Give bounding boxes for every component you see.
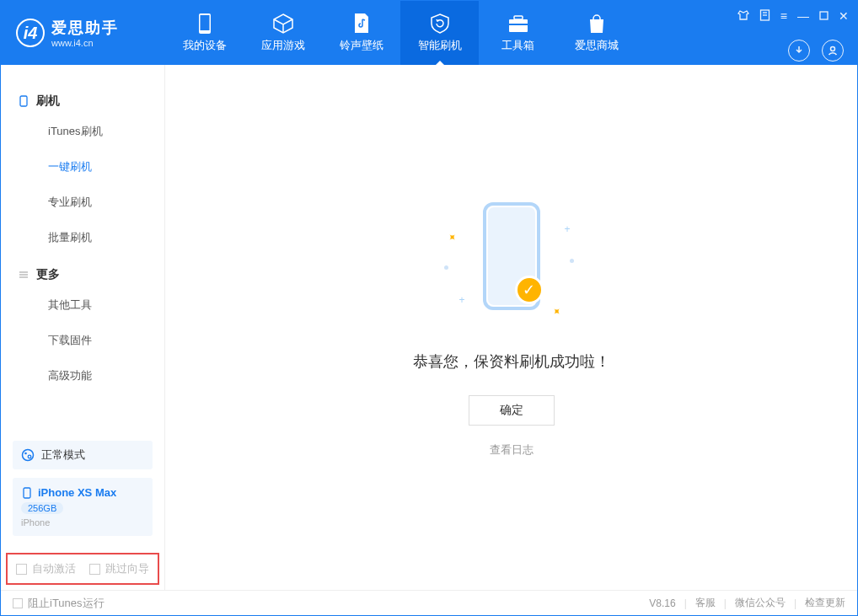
logo-area: i4 爱思助手 www.i4.cn [1, 1, 165, 65]
svg-point-16 [28, 455, 31, 458]
sidebar-section-more: 更多 [1, 262, 164, 287]
nav-store[interactable]: 爱思商城 [557, 1, 635, 65]
app-name: 爱思助手 [51, 18, 119, 38]
cube-icon [272, 13, 294, 35]
sidebar-item-itunes-flash[interactable]: iTunes刷机 [1, 114, 164, 149]
logo-icon: i4 [16, 19, 45, 47]
nav-label: 铃声壁纸 [340, 38, 383, 53]
main-content: ✓ ✦++✦ 恭喜您，保资料刷机成功啦！ 确定 查看日志 [165, 65, 857, 590]
version-label: V8.16 [649, 597, 675, 609]
checkbox-skip-guide[interactable]: 跳过向导 [89, 561, 149, 576]
check-badge-icon: ✓ [515, 276, 544, 304]
nav-label: 工具箱 [501, 38, 534, 53]
checkbox-block-itunes[interactable]: 阻止iTunes运行 [13, 596, 105, 611]
ok-button[interactable]: 确定 [469, 395, 555, 426]
view-log-link[interactable]: 查看日志 [490, 442, 534, 458]
download-icon[interactable] [788, 40, 810, 62]
nav-label: 智能刷机 [418, 38, 462, 53]
sidebar-section-flash: 刷机 [1, 88, 164, 114]
phone-icon [18, 95, 29, 107]
nav-my-device[interactable]: 我的设备 [165, 1, 244, 65]
svg-rect-17 [24, 488, 30, 498]
device-type: iPhone [21, 517, 144, 528]
device-panel: 正常模式 iPhone XS Max 256GB iPhone [1, 432, 164, 544]
sidebar-item-other-tools[interactable]: 其他工具 [1, 287, 164, 323]
sidebar-item-oneclick-flash[interactable]: 一键刷机 [1, 149, 164, 185]
nav-tabs: 我的设备 应用游戏 铃声壁纸 智能刷机 工具箱 爱思商城 [165, 1, 729, 65]
nav-apps-games[interactable]: 应用游戏 [244, 1, 322, 65]
footer-link-update[interactable]: 检查更新 [805, 596, 845, 610]
svg-rect-4 [509, 24, 528, 25]
svg-point-9 [831, 47, 835, 51]
mode-icon [21, 448, 35, 462]
success-message: 恭喜您，保资料刷机成功啦！ [413, 351, 610, 372]
checkbox-highlight-strip: 自动激活 跳过向导 [6, 553, 159, 585]
footer-link-wechat[interactable]: 微信公众号 [735, 596, 786, 610]
user-icon[interactable] [822, 40, 844, 62]
svg-rect-8 [820, 12, 828, 19]
refresh-shield-icon [429, 13, 451, 35]
success-illustration: ✓ ✦++✦ [419, 198, 604, 341]
menu-icon[interactable]: ≡ [780, 9, 787, 23]
toolbox-icon [507, 13, 529, 35]
sidebar-item-download-firmware[interactable]: 下载固件 [1, 323, 164, 358]
nav-smart-flash[interactable]: 智能刷机 [400, 1, 479, 65]
svg-point-14 [23, 450, 34, 461]
device-capacity: 256GB [21, 502, 63, 514]
nav-label: 应用游戏 [261, 38, 305, 53]
device-mode-label: 正常模式 [41, 447, 85, 463]
sidebar: 刷机 iTunes刷机 一键刷机 专业刷机 批量刷机 更多 其他工具 下载固件 … [1, 65, 165, 590]
sidebar-item-pro-flash[interactable]: 专业刷机 [1, 185, 164, 220]
note-icon[interactable] [759, 9, 770, 24]
close-button[interactable]: ✕ [839, 9, 849, 23]
device-name-label: iPhone XS Max [38, 486, 116, 499]
nav-ringtone-wallpaper[interactable]: 铃声壁纸 [322, 1, 400, 65]
nav-label: 我的设备 [183, 38, 227, 53]
svg-rect-10 [20, 96, 27, 106]
bag-icon [587, 13, 607, 35]
svg-rect-2 [509, 19, 528, 32]
app-url: www.i4.cn [51, 38, 119, 48]
device-icon [197, 13, 212, 35]
header: i4 爱思助手 www.i4.cn 我的设备 应用游戏 铃声壁纸 智能刷机 工具… [1, 1, 857, 65]
list-icon [18, 269, 29, 281]
device-mode-row[interactable]: 正常模式 [13, 441, 153, 469]
svg-rect-3 [514, 16, 523, 19]
device-phone-icon [21, 487, 33, 499]
nav-toolbox[interactable]: 工具箱 [479, 1, 557, 65]
music-file-icon [352, 13, 371, 35]
footer-link-support[interactable]: 客服 [695, 596, 716, 610]
device-info-row[interactable]: iPhone XS Max 256GB iPhone [13, 478, 153, 536]
nav-label: 爱思商城 [575, 38, 619, 53]
checkbox-auto-activate[interactable]: 自动激活 [16, 561, 76, 576]
svg-rect-1 [200, 15, 209, 30]
svg-point-15 [24, 453, 27, 455]
minimize-button[interactable]: ― [797, 9, 809, 23]
shirt-icon[interactable] [737, 9, 749, 24]
sidebar-item-advanced[interactable]: 高级功能 [1, 358, 164, 394]
maximize-button[interactable] [819, 9, 829, 23]
sidebar-item-batch-flash[interactable]: 批量刷机 [1, 220, 164, 255]
footer: 阻止iTunes运行 V8.16 | 客服 | 微信公众号 | 检查更新 [1, 590, 857, 615]
window-controls: ≡ ― ✕ [729, 4, 857, 29]
